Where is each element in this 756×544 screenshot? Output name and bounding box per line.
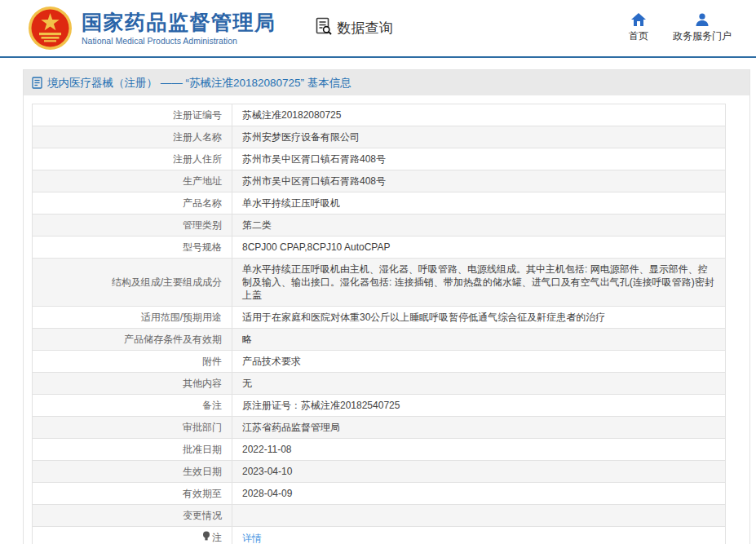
row-value: 适用于在家庭和医院对体重30公斤以上睡眠呼吸暂停低通气综合征及鼾症患者的治疗 xyxy=(232,307,726,329)
row-label-text: 注册人名称 xyxy=(173,131,222,143)
row-value: 苏州市吴中区胥口镇石胥路408号 xyxy=(232,170,726,192)
row-label: 产品储存条件及有效期 xyxy=(33,329,232,351)
row-label: 注 xyxy=(33,527,232,544)
row-label-text: 审批部门 xyxy=(183,422,222,433)
row-value-text: 8CPJ00 CPAP,8CPJ10 AutoCPAP xyxy=(242,241,390,253)
national-emblem-icon xyxy=(28,6,73,51)
table-row: 管理类别第二类 xyxy=(33,215,726,237)
nav-portal-label: 政务服务门户 xyxy=(673,29,732,43)
row-value-text: 适用于在家庭和医院对体重30公斤以上睡眠呼吸暂停低通气综合征及鼾症患者的治疗 xyxy=(242,312,605,323)
org-title: 国家药品监督管理局 xyxy=(82,11,276,33)
bulb-icon xyxy=(202,531,210,544)
row-value: 2028-04-09 xyxy=(232,483,726,505)
row-value-text: 江苏省药品监督管理局 xyxy=(242,422,340,433)
row-value-text: 苏州市吴中区胥口镇石胥路408号 xyxy=(242,153,386,165)
row-value-text: 单水平持续正压呼吸机 xyxy=(242,197,340,209)
row-label-text: 附件 xyxy=(202,356,222,367)
table-row: 注册人名称苏州安梦医疗设备有限公司 xyxy=(33,126,726,148)
nav-home-label: 首页 xyxy=(629,29,648,43)
table-row: 有效期至2028-04-09 xyxy=(33,483,726,505)
table-row: 注详情 xyxy=(33,527,726,544)
row-label-text: 注 xyxy=(212,532,222,543)
row-value: 8CPJ00 CPAP,8CPJ10 AutoCPAP xyxy=(232,237,726,259)
row-label-text: 变更情况 xyxy=(183,510,222,521)
row-value: 单水平持续正压呼吸机由主机、湿化器、呼吸管路、电源线组成。其中主机包括: 网电源… xyxy=(232,259,726,307)
row-label-text: 适用范围/预期用途 xyxy=(141,312,222,323)
table-row: 变更情况 xyxy=(33,505,726,527)
row-value-text: 2023-04-10 xyxy=(242,466,292,477)
row-value: 2023-04-10 xyxy=(232,461,726,483)
document-search-icon xyxy=(314,16,334,40)
table-row: 附件产品技术要求 xyxy=(33,351,726,373)
row-label-text: 产品名称 xyxy=(183,197,222,209)
row-value: 苏州安梦医疗设备有限公司 xyxy=(232,126,726,148)
table-row: 注册证编号苏械注准20182080725 xyxy=(33,104,726,126)
info-table-body: 注册证编号苏械注准20182080725注册人名称苏州安梦医疗设备有限公司注册人… xyxy=(33,104,726,544)
row-value-text: 苏械注准20182080725 xyxy=(242,109,341,121)
row-value-text: 单水平持续正压呼吸机由主机、湿化器、呼吸管路、电源线组成。其中主机包括: 网电源… xyxy=(242,263,714,301)
nav-item-service-portal[interactable]: 政务服务门户 xyxy=(673,13,732,43)
row-value-text: 无 xyxy=(242,378,252,389)
row-label: 附件 xyxy=(33,351,232,373)
row-value: 江苏省药品监督管理局 xyxy=(232,417,726,439)
row-label: 注册人名称 xyxy=(33,126,232,148)
table-row: 注册人住所苏州市吴中区胥口镇石胥路408号 xyxy=(33,148,726,170)
row-label-text: 有效期至 xyxy=(183,488,222,499)
content-container: 境内医疗器械（注册） —— “苏械注准20182080725” 基本信息 注册证… xyxy=(23,69,750,544)
row-value: 第二类 xyxy=(232,215,726,237)
table-row: 批准日期2022-11-08 xyxy=(33,439,726,461)
table-row: 审批部门江苏省药品监督管理局 xyxy=(33,417,726,439)
table-row: 适用范围/预期用途适用于在家庭和医院对体重30公斤以上睡眠呼吸暂停低通气综合征及… xyxy=(33,307,726,329)
table-row: 生效日期2023-04-10 xyxy=(33,461,726,483)
breadcrumb: 境内医疗器械（注册） —— “苏械注准20182080725” 基本信息 xyxy=(24,70,749,95)
table-row: 生产地址苏州市吴中区胥口镇石胥路408号 xyxy=(33,170,726,192)
row-label-text: 型号规格 xyxy=(183,241,222,253)
row-value: 无 xyxy=(232,373,726,395)
row-label: 管理类别 xyxy=(33,215,232,237)
registration-info-table: 注册证编号苏械注准20182080725注册人名称苏州安梦医疗设备有限公司注册人… xyxy=(32,104,726,544)
home-icon xyxy=(631,13,646,26)
row-label-text: 备注 xyxy=(202,400,222,411)
row-value: 2022-11-08 xyxy=(232,439,726,461)
row-label: 结构及组成/主要组成成分 xyxy=(33,259,232,307)
row-label: 产品名称 xyxy=(33,192,232,215)
table-row: 备注原注册证号：苏械注准20182540725 xyxy=(33,395,726,417)
org-subtitle: National Medical Products Administration xyxy=(82,36,276,46)
row-value-text: 产品技术要求 xyxy=(242,356,301,367)
row-label-text: 结构及组成/主要组成成分 xyxy=(112,276,222,288)
row-value: 单水平持续正压呼吸机 xyxy=(232,192,726,215)
document-icon xyxy=(32,77,42,89)
brand-text: 国家药品监督管理局 National Medical Products Admi… xyxy=(82,11,276,46)
row-value-text: 原注册证号：苏械注准20182540725 xyxy=(242,400,400,411)
row-label-text: 注册证编号 xyxy=(173,109,222,121)
row-value-text: 2028-04-09 xyxy=(242,488,292,499)
row-label: 型号规格 xyxy=(33,237,232,259)
table-row: 其他内容无 xyxy=(33,373,726,395)
header-nav: 首页 政务服务门户 xyxy=(629,13,732,43)
row-value: 略 xyxy=(232,329,726,351)
row-label-text: 管理类别 xyxy=(183,219,222,231)
table-row: 产品储存条件及有效期略 xyxy=(33,329,726,351)
row-value xyxy=(232,505,726,527)
row-label: 生效日期 xyxy=(33,461,232,483)
row-label-text: 其他内容 xyxy=(183,378,222,389)
brand: 国家药品监督管理局 National Medical Products Admi… xyxy=(28,6,276,51)
row-value: 产品技术要求 xyxy=(232,351,726,373)
row-label-text: 生产地址 xyxy=(183,175,222,187)
row-value: 苏械注准20182080725 xyxy=(232,104,726,126)
row-value-text: 苏州安梦医疗设备有限公司 xyxy=(242,131,360,143)
row-label-text: 批准日期 xyxy=(183,444,222,455)
nav-item-home[interactable]: 首页 xyxy=(629,13,648,43)
row-label-text: 生效日期 xyxy=(183,466,222,477)
row-label: 适用范围/预期用途 xyxy=(33,307,232,329)
row-value: 详情 xyxy=(232,527,726,544)
table-row: 型号规格8CPJ00 CPAP,8CPJ10 AutoCPAP xyxy=(33,237,726,259)
row-label: 注册人住所 xyxy=(33,148,232,170)
row-value: 原注册证号：苏械注准20182540725 xyxy=(232,395,726,417)
breadcrumb-text: 境内医疗器械（注册） —— “苏械注准20182080725” 基本信息 xyxy=(47,76,351,91)
row-label: 注册证编号 xyxy=(33,104,232,126)
data-query-entry[interactable]: 数据查询 xyxy=(314,16,393,40)
row-value-text: 第二类 xyxy=(242,219,272,231)
table-wrap: 注册证编号苏械注准20182080725注册人名称苏州安梦医疗设备有限公司注册人… xyxy=(24,95,749,544)
detail-link[interactable]: 详情 xyxy=(242,533,262,544)
